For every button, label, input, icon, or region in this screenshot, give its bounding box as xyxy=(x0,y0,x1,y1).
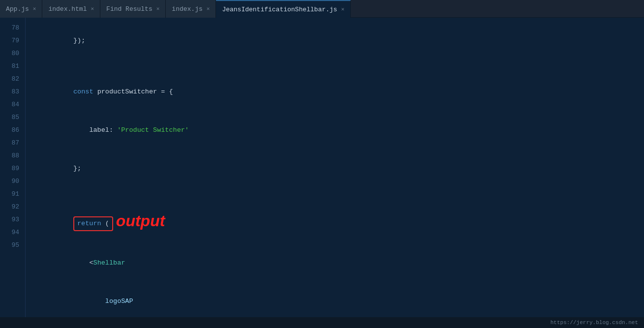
tab-close-icon[interactable]: ✕ xyxy=(91,6,94,12)
line-number: 80 xyxy=(0,47,25,60)
code-line-79 xyxy=(33,60,644,73)
code-line-84: return (output xyxy=(33,201,644,244)
code-line-81: label: 'Product Switcher' xyxy=(33,111,644,149)
code-line-78: }); xyxy=(33,22,644,60)
tab-jeansshellbar[interactable]: JeansIdentificationShellbar.js ✕ xyxy=(216,0,351,18)
line-numbers: 78 79 80 81 82 83 84 85 86 87 88 89 90 9… xyxy=(0,18,26,317)
line-number: 85 xyxy=(0,111,25,124)
line-number: 81 xyxy=(0,60,25,73)
code-line-86: logoSAP xyxy=(33,282,644,317)
code-line-85: <Shellbar xyxy=(33,244,644,282)
tab-indexhtml[interactable]: index.html ✕ xyxy=(42,0,100,18)
line-number: 92 xyxy=(0,201,25,213)
tab-label: index.js xyxy=(172,5,202,13)
tab-label: App.js xyxy=(6,5,29,13)
tab-label: JeansIdentificationShellbar.js xyxy=(222,6,337,13)
line-number: 95 xyxy=(0,239,25,252)
code-line-82: }; xyxy=(33,149,644,188)
line-number: 91 xyxy=(0,188,25,201)
line-number: 94 xyxy=(0,226,25,239)
line-number: 88 xyxy=(0,149,25,162)
line-number: 84 xyxy=(0,98,25,111)
line-number: 86 xyxy=(0,124,25,137)
tab-close-icon[interactable]: ✕ xyxy=(33,6,36,12)
tab-bar: App.js ✕ index.html ✕ Find Results ✕ ind… xyxy=(0,0,644,18)
tab-close-icon[interactable]: ✕ xyxy=(341,7,344,12)
tab-indexjs[interactable]: index.js ✕ xyxy=(166,0,216,18)
code-line-83 xyxy=(33,188,644,201)
code-line-80: const productSwitcher = { xyxy=(33,73,644,111)
code-content[interactable]: }); const productSwitcher = { label: 'Pr… xyxy=(26,18,644,317)
line-number: 79 xyxy=(0,34,25,47)
line-number: 89 xyxy=(0,162,25,175)
bottom-bar: https://jerry.blog.csdn.net xyxy=(0,317,644,328)
line-number: 93 xyxy=(0,213,25,226)
line-number: 78 xyxy=(0,22,25,34)
bottom-url: https://jerry.blog.csdn.net xyxy=(551,320,638,326)
line-number: 90 xyxy=(0,175,25,188)
tab-label: index.html xyxy=(48,5,87,13)
tab-findresults[interactable]: Find Results ✕ xyxy=(100,0,166,18)
tab-label: Find Results xyxy=(106,5,153,13)
line-number: 82 xyxy=(0,73,25,86)
tab-close-icon[interactable]: ✕ xyxy=(156,6,160,12)
line-number: 87 xyxy=(0,137,25,149)
tab-close-icon[interactable]: ✕ xyxy=(207,6,210,12)
code-editor: 78 79 80 81 82 83 84 85 86 87 88 89 90 9… xyxy=(0,18,644,317)
tab-appjs[interactable]: App.js ✕ xyxy=(0,0,42,18)
line-number: 83 xyxy=(0,86,25,98)
